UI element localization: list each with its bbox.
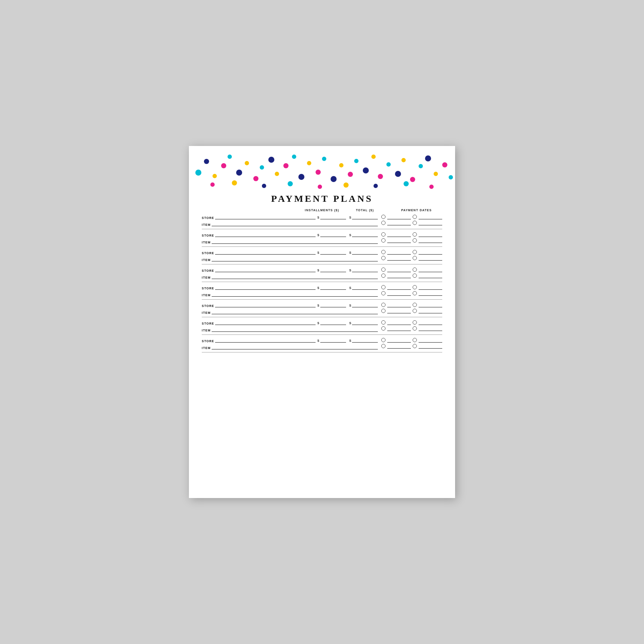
checkbox-2b[interactable] <box>413 256 417 260</box>
date-line-1a[interactable] <box>387 302 411 307</box>
date-line-2b[interactable] <box>419 255 442 261</box>
store-field-line[interactable] <box>215 285 316 290</box>
total-line[interactable] <box>352 267 378 272</box>
checkbox-1b[interactable] <box>413 215 417 219</box>
store-field-line[interactable] <box>215 302 316 307</box>
entry-group: STORE $ $ ITEM <box>202 232 442 247</box>
date-line-2a[interactable] <box>387 343 411 349</box>
date-line-2b[interactable] <box>419 291 442 296</box>
store-field-line[interactable] <box>215 249 316 255</box>
checkbox-1b[interactable] <box>413 320 417 325</box>
checkbox-2b[interactable] <box>413 273 417 278</box>
checkbox-2a[interactable] <box>381 273 386 278</box>
date-line-2b[interactable] <box>419 343 442 349</box>
total-line[interactable] <box>352 249 378 255</box>
checkbox-1a[interactable] <box>381 250 386 254</box>
checkbox-2b[interactable] <box>413 309 417 313</box>
confetti-dot <box>371 155 376 159</box>
total-line[interactable] <box>352 320 378 325</box>
installments-line[interactable] <box>320 249 346 255</box>
date-line-2a[interactable] <box>387 291 411 296</box>
installments-line[interactable] <box>320 232 346 237</box>
date-line-1b[interactable] <box>419 337 442 343</box>
date-line-2b[interactable] <box>419 326 442 331</box>
confetti-dot <box>449 175 453 179</box>
checkbox-2b[interactable] <box>413 291 417 295</box>
date-line-1b[interactable] <box>419 232 442 237</box>
total-line[interactable] <box>352 337 378 343</box>
checkbox-2a[interactable] <box>381 309 386 313</box>
store-field-line[interactable] <box>215 232 316 237</box>
installments-line[interactable] <box>320 302 346 307</box>
total-line[interactable] <box>352 285 378 290</box>
installments-line[interactable] <box>320 267 346 272</box>
item-field-line[interactable] <box>212 344 378 349</box>
total-line[interactable] <box>352 232 378 237</box>
payment-plans-page: Payment Plans Installments ($) Total ($)… <box>189 146 455 498</box>
date-line-1b[interactable] <box>419 249 442 255</box>
date-line-1a[interactable] <box>387 214 411 219</box>
date-line-1a[interactable] <box>387 249 411 255</box>
checkbox-1a[interactable] <box>381 303 386 307</box>
date-line-1b[interactable] <box>419 320 442 325</box>
item-field-line[interactable] <box>212 256 378 261</box>
date-line-2a[interactable] <box>387 220 411 225</box>
date-line-1a[interactable] <box>387 320 411 325</box>
checkbox-2b[interactable] <box>413 326 417 331</box>
item-field-line[interactable] <box>212 309 378 314</box>
checkbox-1b[interactable] <box>413 285 417 289</box>
installments-line[interactable] <box>320 337 346 343</box>
item-field-line[interactable] <box>212 292 378 297</box>
checkbox-2a[interactable] <box>381 238 386 243</box>
store-field-line[interactable] <box>215 267 316 272</box>
total-line[interactable] <box>352 302 378 307</box>
checkbox-1a[interactable] <box>381 215 386 219</box>
date-line-1b[interactable] <box>419 285 442 290</box>
checkbox-1a[interactable] <box>381 320 386 325</box>
date-line-2a[interactable] <box>387 308 411 313</box>
date-line-1a[interactable] <box>387 267 411 272</box>
checkbox-2a[interactable] <box>381 344 386 348</box>
checkbox-1a[interactable] <box>381 232 386 237</box>
checkbox-2a[interactable] <box>381 291 386 295</box>
date-line-2a[interactable] <box>387 326 411 331</box>
date-line-1b[interactable] <box>419 302 442 307</box>
item-field-line[interactable] <box>212 239 378 244</box>
checkbox-2b[interactable] <box>413 238 417 243</box>
checkbox-2a[interactable] <box>381 256 386 260</box>
date-line-2a[interactable] <box>387 273 411 278</box>
checkbox-1b[interactable] <box>413 267 417 272</box>
checkbox-1b[interactable] <box>413 232 417 237</box>
item-field-line[interactable] <box>212 221 378 226</box>
checkbox-2b[interactable] <box>413 344 417 348</box>
installments-line[interactable] <box>320 285 346 290</box>
total-line[interactable] <box>352 214 378 219</box>
checkbox-1a[interactable] <box>381 285 386 289</box>
date-line-2a[interactable] <box>387 238 411 243</box>
date-line-1b[interactable] <box>419 267 442 272</box>
checkbox-1b[interactable] <box>413 303 417 307</box>
installments-line[interactable] <box>320 320 346 325</box>
checkbox-2a[interactable] <box>381 326 386 331</box>
store-field-line[interactable] <box>215 320 316 325</box>
date-line-2b[interactable] <box>419 238 442 243</box>
date-line-1a[interactable] <box>387 337 411 343</box>
date-line-1b[interactable] <box>419 214 442 219</box>
checkbox-1b[interactable] <box>413 338 417 342</box>
checkbox-1a[interactable] <box>381 338 386 342</box>
checkbox-1b[interactable] <box>413 250 417 254</box>
date-line-2b[interactable] <box>419 273 442 278</box>
checkbox-2a[interactable] <box>381 221 386 225</box>
date-line-2b[interactable] <box>419 220 442 225</box>
item-field-line[interactable] <box>212 327 378 332</box>
checkbox-1a[interactable] <box>381 267 386 272</box>
date-line-1a[interactable] <box>387 285 411 290</box>
item-field-line[interactable] <box>212 274 378 279</box>
installments-line[interactable] <box>320 214 346 219</box>
date-line-2a[interactable] <box>387 255 411 261</box>
date-line-2b[interactable] <box>419 308 442 313</box>
store-field-line[interactable] <box>215 214 316 219</box>
date-line-1a[interactable] <box>387 232 411 237</box>
checkbox-2b[interactable] <box>413 221 417 225</box>
store-field-line[interactable] <box>215 337 316 343</box>
